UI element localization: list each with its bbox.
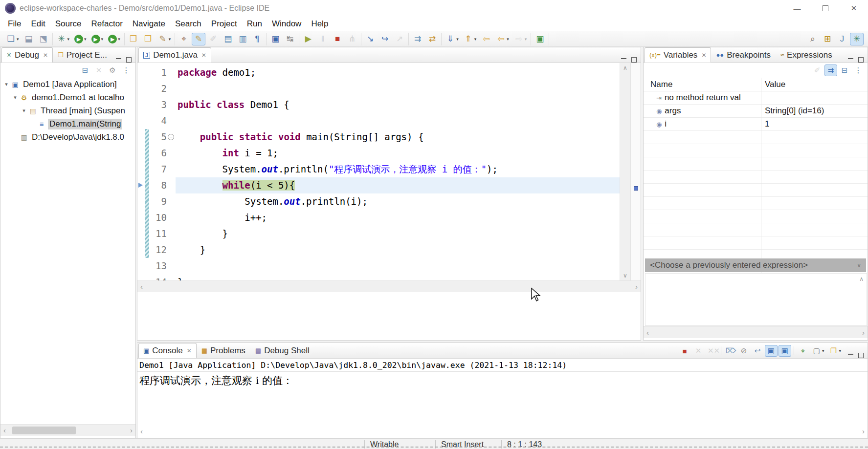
console-hscrollbar[interactable]: ‹ › [137,425,868,437]
breakpoint-gutter[interactable] [137,274,145,280]
code-line-1[interactable]: 1package demo1; [137,64,620,81]
minimize-view-icon[interactable] [848,353,853,355]
expression-chooser[interactable]: <Choose a previously entered expression>… [645,258,866,272]
overview-ruler[interactable] [630,63,641,280]
terminate-button[interactable]: ■ [331,33,344,45]
variable-row[interactable]: ◉i1 [644,118,868,131]
variable-row[interactable]: ◉argsString[0] (id=16) [644,105,868,118]
menu-navigate[interactable]: Navigate [128,18,170,30]
code-line-5[interactable]: 5− public static void main(String[] args… [137,129,620,145]
next-annotation-dropdown-icon[interactable]: ▾ [456,37,459,42]
scrollbar-thumb[interactable] [12,427,76,434]
tree-item[interactable]: ▾▣Demo1 [Java Application] [0,78,135,91]
breakpoint-gutter[interactable] [137,64,145,81]
breakpoint-gutter[interactable] [137,226,145,242]
editor-hscrollbar[interactable]: ‹ › [137,280,641,292]
tree-item[interactable]: ≡Demo1.main(String [0,117,135,130]
scroll-right-icon[interactable]: › [635,282,638,291]
instruction-pointer-gutter[interactable] [137,177,145,193]
empty-variable-row[interactable] [644,144,868,157]
previous-annotation-dropdown-icon[interactable]: ▾ [474,37,477,42]
column-value[interactable]: Value [761,80,868,89]
close-icon[interactable]: ✕ [201,52,206,59]
console-tab-debug-shell[interactable]: ▤Debug Shell [250,343,314,358]
show-source-button[interactable]: ▥ [236,33,249,45]
variable-detail-pane[interactable]: ∧ [645,273,867,326]
code-text[interactable]: package demo1; [176,64,620,81]
show-console-stderr-button[interactable]: ▣ [779,345,791,357]
open-console-dropdown-icon[interactable]: ▾ [839,348,841,353]
column-name[interactable]: Name [644,80,761,89]
code-line-2[interactable]: 2 [137,81,620,97]
variables-hscrollbar[interactable]: ‹ › [644,326,868,338]
step-return-button[interactable]: ↗ [393,33,406,45]
previous-annotation-button[interactable]: ⇑▾ [462,33,479,45]
maximize-button[interactable] [811,0,840,17]
forward-history-button[interactable]: ⇨▾ [512,33,529,45]
search-button[interactable]: ⌖ [177,33,191,45]
scroll-left-icon[interactable]: ‹ [140,282,143,291]
breakpoint-gutter[interactable] [137,97,145,113]
tree-item[interactable]: ▥D:\Develop\Java\jdk1.8.0 [0,130,135,144]
maximize-view-icon[interactable] [126,57,132,63]
expand-chevron-icon[interactable]: ▾ [11,94,19,101]
scroll-up-icon[interactable]: ∧ [859,276,864,282]
empty-variable-row[interactable] [644,131,868,144]
chevron-down-icon[interactable]: ∨ [857,258,861,272]
scroll-left-icon[interactable]: ‹ [140,427,143,435]
code-text[interactable] [176,81,620,97]
back-history-button[interactable]: ⇦▾ [494,33,511,45]
code-text[interactable]: } [176,226,620,242]
breakpoint-gutter[interactable] [137,161,145,177]
maximize-view-icon[interactable] [858,353,864,358]
resume-button[interactable]: ▶ [301,33,315,45]
menu-window[interactable]: Window [267,18,306,30]
empty-variable-row[interactable] [644,223,868,236]
minimize-button[interactable]: — [783,0,811,17]
debug-tab-debug[interactable]: ✳Debug✕ [1,47,53,63]
expand-chevron-icon[interactable]: ▾ [20,107,28,114]
debug-view-hscrollbar[interactable]: ‹ › [0,424,135,436]
menu-source[interactable]: Source [50,18,87,30]
empty-variable-row[interactable] [644,236,868,250]
variables-tab-expressions[interactable]: ≈Expressions [776,47,837,63]
scroll-lock-button[interactable]: ⊘ [737,345,750,357]
debug-tab-project-e-[interactable]: ❒Project E... [53,47,112,63]
scroll-left-icon[interactable]: ‹ [646,328,649,337]
code-line-6[interactable]: 6 int i = 1; [137,145,620,161]
code-text[interactable]: int i = 1; [176,145,620,161]
new-wizard-button[interactable]: ❏▾ [4,33,21,45]
show-console-stdout-button[interactable]: ▣ [765,345,778,357]
code-text[interactable]: } [176,274,620,280]
close-icon[interactable]: ✕ [187,347,192,354]
close-icon[interactable]: ✕ [43,52,48,59]
code-text[interactable]: public class Demo1 { [176,97,620,113]
console-tab-console[interactable]: ▣Console✕ [138,343,197,358]
show-logical-structures-button[interactable]: ⇉ [824,64,837,76]
minimize-view-icon[interactable] [116,58,121,59]
suspend-button[interactable]: ‖ [316,33,330,45]
step-into-button[interactable]: ↘ [363,33,377,45]
menu-search[interactable]: Search [170,18,206,30]
console-tab-problems[interactable]: ▦Problems [197,343,250,358]
disconnect-button[interactable]: ⋔ [345,33,359,45]
breakpoint-gutter[interactable] [137,113,145,129]
breakpoint-gutter[interactable] [137,258,145,274]
breakpoint-gutter[interactable] [137,193,145,210]
clear-console-button[interactable]: ⌦ [724,345,736,357]
code-text[interactable]: System.out.println(i); [176,193,620,210]
scroll-right-icon[interactable]: › [130,426,133,434]
menu-project[interactable]: Project [206,18,242,30]
code-text[interactable]: System.out.println("程序调试演示，注意观察 i 的值："); [176,161,620,177]
remove-all-terminated-button[interactable]: ✕✕ [706,345,718,357]
collapse-icon[interactable]: − [168,134,174,140]
breakpoint-gutter[interactable] [137,242,145,258]
scroll-left-icon[interactable]: ‹ [3,426,6,434]
quick-access-search-button[interactable]: ⌕ [806,33,820,45]
fold-control[interactable]: − [167,129,176,145]
coverage-dropdown-icon[interactable]: ▾ [101,37,104,42]
toggle-mark-occurrences-button[interactable]: ✎ [192,33,205,45]
open-resource-button[interactable]: ❒ [141,33,155,45]
run-dropdown-icon[interactable]: ▾ [84,37,87,42]
open-perspective-button[interactable]: ⊞ [821,33,834,45]
